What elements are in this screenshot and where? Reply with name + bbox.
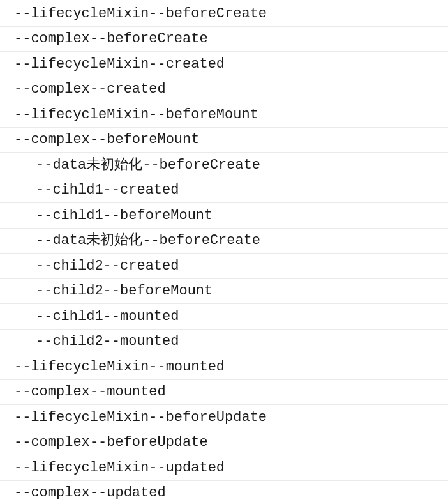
log-row: --cihld1--beforeMount xyxy=(0,203,448,229)
log-row: --complex--updated xyxy=(0,481,448,503)
console-log-list: --lifecycleMixin--beforeCreate --complex… xyxy=(0,0,448,502)
log-row: --lifecycleMixin--beforeMount xyxy=(0,102,448,128)
log-row: --complex--created xyxy=(0,77,448,103)
log-row: --complex--beforeMount xyxy=(0,128,448,153)
log-row: --complex--mounted xyxy=(0,380,448,406)
log-row: --cihld1--mounted xyxy=(0,304,448,330)
log-row: --cihld1--created xyxy=(0,178,448,204)
log-row: --child2--beforeMount xyxy=(0,279,448,305)
log-row: --data未初始化--beforeCreate xyxy=(0,229,448,254)
log-row: --lifecycleMixin--beforeCreate xyxy=(0,1,448,27)
log-row: --child2--mounted xyxy=(0,330,448,355)
log-row: --lifecycleMixin--beforeUpdate xyxy=(0,405,448,430)
log-row: --complex--beforeCreate xyxy=(0,27,448,52)
log-row: --child2--created xyxy=(0,254,448,279)
log-row: --lifecycleMixin--mounted xyxy=(0,354,448,380)
log-row: --lifecycleMixin--created xyxy=(0,52,448,77)
log-row: --lifecycleMixin--updated xyxy=(0,455,448,481)
log-row: --complex--beforeUpdate xyxy=(0,430,448,456)
log-row: --data未初始化--beforeCreate xyxy=(0,153,448,178)
